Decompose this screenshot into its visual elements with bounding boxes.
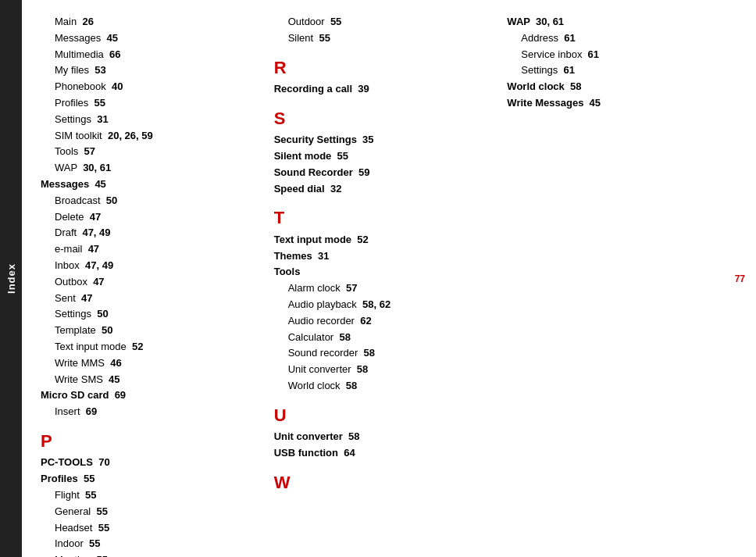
page-ref: 53	[94, 64, 105, 76]
index-entry-sub: Meeting 55	[41, 552, 266, 557]
page-ref: 58, 62	[362, 298, 390, 310]
index-entry-main: Security Settings 35	[274, 132, 500, 148]
index-letter-P: P	[41, 431, 266, 452]
page-ref: 59	[358, 166, 369, 178]
page-ref: 47, 49	[82, 227, 110, 238]
page-ref: 46	[110, 357, 121, 369]
sidebar-label: Index	[5, 263, 17, 294]
page-ref: 32	[330, 183, 341, 195]
page-ref: 30, 61	[83, 162, 111, 173]
page-ref: 70	[98, 456, 109, 468]
page-ref: 55	[96, 505, 107, 517]
index-entry-main: Recording a call 39	[274, 81, 500, 98]
index-entry-main: USB function 64	[274, 445, 500, 462]
page-ref: 45	[106, 32, 117, 44]
page-ref: 52	[132, 341, 143, 352]
page-ref: 40	[112, 80, 123, 92]
page-ref: 55	[319, 32, 330, 44]
index-entry-main: Profiles 55	[41, 471, 266, 487]
index-entry-sub: Sound recorder 58	[274, 345, 500, 362]
page-ref: 50	[102, 324, 112, 336]
page-ref: 58	[346, 380, 357, 391]
index-entry-sub: Outbox 47	[41, 274, 266, 291]
index-entry-sub: Settings 31	[41, 112, 266, 128]
page-ref: 57	[84, 145, 95, 157]
index-entry-main: World clock 58	[507, 79, 733, 95]
page-ref: 61	[588, 48, 599, 60]
column-3: WAP 30, 61Address 61Service inbox 61Sett…	[507, 14, 740, 543]
index-entry-main: Unit converter 58	[274, 429, 500, 445]
index-entry-sub: Silent 55	[274, 30, 500, 47]
index-entry-sub: Messages 45	[41, 30, 266, 47]
page-ref: 57	[346, 282, 357, 294]
page-ref: 55	[84, 473, 94, 484]
page-ref: 20, 26, 59	[108, 130, 153, 141]
index-entry-sub: Delete 47	[41, 209, 266, 226]
page-ref: 31	[97, 113, 108, 125]
index-entry-main: Sound Recorder 59	[274, 165, 500, 181]
page-ref: 58	[348, 430, 359, 442]
page-ref: 64	[344, 447, 355, 459]
index-entry-sub: Address 61	[507, 30, 733, 47]
index-entry-sub: Alarm clock 57	[274, 280, 500, 297]
page-ref: 55	[98, 522, 109, 534]
page-ref: 47	[90, 211, 101, 223]
index-entry-sub: Draft 47, 49	[41, 225, 266, 241]
index-entry-main: WAP 30, 61	[507, 14, 733, 30]
index-entry-sub: General 55	[41, 504, 266, 520]
index-entry-sub: My files 53	[41, 62, 266, 79]
index-entry-main: PC-TOOLS 70	[41, 455, 266, 471]
page-ref: 39	[358, 83, 369, 95]
page-container: Index Main 26Messages 45Multimedia 66My …	[0, 0, 756, 557]
index-entry-main: Silent mode 55	[274, 148, 500, 165]
index-entry-sub: Sent 47	[41, 291, 266, 307]
page-ref: 31	[318, 250, 329, 262]
page-ref: 50	[106, 195, 117, 206]
index-entry-main: Micro SD card 69	[41, 387, 266, 404]
index-entry-sub: Text input mode 52	[41, 339, 266, 355]
page-ref: 55	[89, 537, 100, 549]
index-entry-sub: Broadcast 50	[41, 193, 266, 209]
index-entry-sub: Headset 55	[41, 520, 266, 537]
page-ref: 58	[357, 363, 368, 375]
index-entry-sub: Template 50	[41, 323, 266, 339]
page-ref: 45	[590, 97, 601, 109]
page-ref: 58	[570, 80, 581, 92]
page-ref: 45	[109, 373, 119, 385]
page-ref: 47	[93, 276, 104, 287]
index-entry-main: Themes 31	[274, 248, 500, 265]
page-ref: 55	[330, 16, 341, 27]
index-entry-sub: WAP 30, 61	[41, 160, 266, 177]
page-ref: 47	[81, 292, 92, 304]
page-ref: 61	[564, 32, 575, 44]
page-ref: 62	[360, 315, 371, 327]
index-entry-sub: Multimedia 66	[41, 47, 266, 63]
page-ref: 52	[357, 234, 368, 245]
page-ref: 47	[88, 243, 99, 255]
page-ref: 45	[94, 178, 105, 190]
index-letter-S: S	[274, 109, 500, 129]
index-entry-main: Speed dial 32	[274, 181, 500, 198]
page-ref: 35	[362, 134, 373, 145]
index-entry-sub: Audio playback 58, 62	[274, 297, 500, 313]
page-ref: 58	[339, 331, 350, 343]
page-ref: 69	[86, 405, 97, 417]
index-entry-sub: e-mail 47	[41, 241, 266, 258]
sidebar: Index	[0, 0, 22, 557]
column-1: Main 26Messages 45Multimedia 66My files …	[41, 14, 274, 543]
index-entry-sub: Write MMS 46	[41, 355, 266, 372]
index-entry-sub: Write SMS 45	[41, 372, 266, 388]
page-ref: 26	[82, 16, 93, 27]
index-entry-sub: World clock 58	[274, 378, 500, 395]
columns-container: Main 26Messages 45Multimedia 66My files …	[41, 14, 740, 543]
index-entry-main: Messages 45	[41, 177, 266, 193]
index-entry-main: Write Messages 45	[507, 95, 733, 112]
page-ref: 66	[109, 48, 120, 60]
index-entry-sub: Calculator 58	[274, 330, 500, 346]
index-letter-U: U	[274, 405, 500, 426]
index-entry-sub: Indoor 55	[41, 536, 266, 552]
page-ref: 55	[85, 489, 96, 501]
index-entry-sub: SIM toolkit 20, 26, 59	[41, 128, 266, 145]
index-entry-main: Tools	[274, 264, 500, 280]
page-ref: 55	[96, 554, 107, 557]
